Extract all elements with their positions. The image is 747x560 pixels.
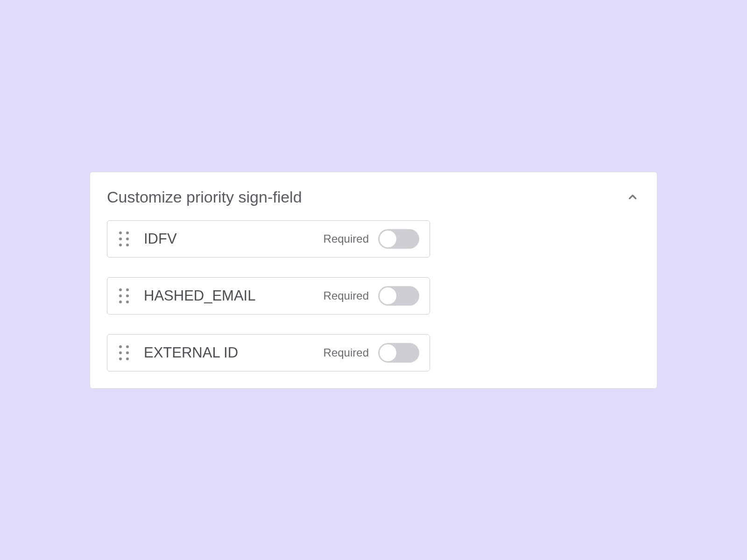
required-toggle[interactable] — [378, 229, 419, 249]
toggle-knob — [380, 344, 396, 361]
panel-header: Customize priority sign-field — [107, 188, 640, 206]
field-row-external-id[interactable]: EXTERNAL ID Required — [107, 334, 430, 371]
drag-handle-icon — [119, 231, 129, 246]
drag-handle-icon — [119, 345, 129, 360]
field-row-hashed-email[interactable]: HASHED_EMAIL Required — [107, 277, 430, 315]
drag-handle[interactable] — [117, 287, 131, 305]
toggle-knob — [380, 231, 396, 247]
field-label: IDFV — [144, 231, 324, 247]
required-label: Required — [324, 346, 369, 359]
field-list: IDFV Required HASHED_EMAIL Required — [107, 220, 430, 371]
drag-handle[interactable] — [117, 344, 131, 362]
toggle-knob — [380, 287, 396, 304]
field-label: EXTERNAL ID — [144, 344, 324, 361]
priority-sign-field-panel: Customize priority sign-field IDFV Requi… — [90, 172, 657, 389]
chevron-up-icon — [627, 191, 639, 203]
required-label: Required — [324, 289, 369, 302]
drag-handle[interactable] — [117, 230, 131, 248]
collapse-button[interactable] — [625, 189, 640, 204]
drag-handle-icon — [119, 288, 129, 303]
panel-title: Customize priority sign-field — [107, 188, 302, 206]
required-toggle[interactable] — [378, 286, 419, 306]
required-label: Required — [324, 232, 369, 245]
field-label: HASHED_EMAIL — [144, 287, 324, 304]
field-row-idfv[interactable]: IDFV Required — [107, 220, 430, 258]
required-toggle[interactable] — [378, 343, 419, 363]
